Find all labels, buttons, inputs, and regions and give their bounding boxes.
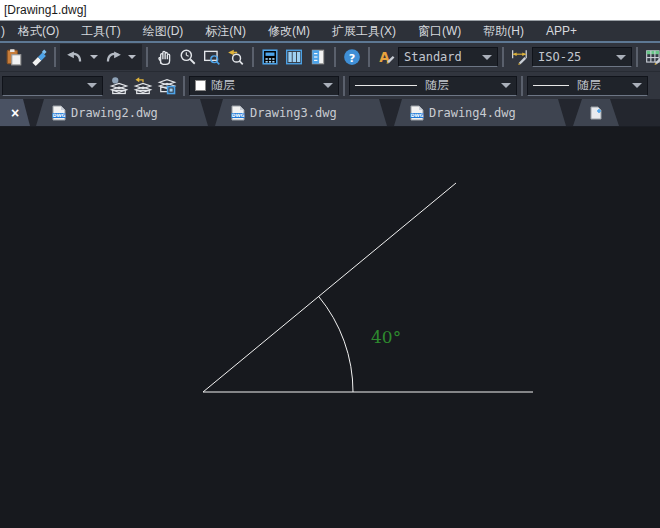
dimension-style-value: ISO-25 bbox=[538, 50, 581, 64]
redo-icon bbox=[104, 48, 122, 66]
dwg-file-icon: DWG bbox=[231, 105, 245, 121]
toolbar-separator bbox=[146, 47, 148, 67]
linetype-dropdown[interactable]: 随层 bbox=[349, 76, 517, 96]
menu-item-app-plus[interactable]: APP+ bbox=[535, 24, 588, 38]
chevron-down-icon bbox=[323, 83, 333, 88]
tab-drawing3[interactable]: DWG Drawing3.dwg bbox=[215, 99, 387, 126]
undo-button[interactable] bbox=[63, 45, 87, 69]
redo-dropdown-arrow[interactable] bbox=[128, 55, 136, 59]
format-painter-button[interactable] bbox=[26, 45, 50, 69]
tab-label: Drawing4.dwg bbox=[429, 106, 516, 120]
toolbar-separator bbox=[334, 47, 336, 67]
properties-palette-button[interactable] bbox=[258, 45, 282, 69]
toolbar-separator bbox=[636, 47, 638, 67]
linetype-sample bbox=[355, 85, 417, 86]
color-dropdown[interactable]: 随层 bbox=[189, 76, 339, 96]
zoom-window-button[interactable] bbox=[200, 45, 224, 69]
tab-drawing4[interactable]: DWG Drawing4.dwg bbox=[394, 99, 566, 126]
menu-item-modify[interactable]: 修改(M) bbox=[257, 23, 321, 40]
table-style-button[interactable] bbox=[642, 45, 660, 69]
help-button[interactable]: ? bbox=[340, 45, 364, 69]
dimension-style-button[interactable] bbox=[508, 45, 532, 69]
menu-item-tools[interactable]: 工具(T) bbox=[70, 23, 131, 40]
tab-drawing2[interactable]: DWG Drawing2.dwg bbox=[36, 99, 208, 126]
angle-ray-entity[interactable] bbox=[203, 183, 456, 392]
menu-item-help[interactable]: 帮助(H) bbox=[472, 23, 535, 40]
window-title-bar: [Drawing1.dwg] bbox=[0, 0, 660, 21]
zoom-previous-button[interactable] bbox=[224, 45, 248, 69]
toolbar-separator bbox=[368, 47, 370, 67]
make-object-layer-current-button[interactable] bbox=[107, 74, 131, 98]
angular-dimension-arc[interactable] bbox=[319, 296, 353, 392]
drawing-canvas[interactable]: 40° bbox=[0, 127, 660, 528]
lineweight-dropdown[interactable]: 随层 bbox=[527, 76, 648, 96]
color-swatch bbox=[195, 80, 206, 91]
menu-item-dimension[interactable]: 标注(N) bbox=[194, 23, 257, 40]
toolbar-separator bbox=[54, 47, 56, 67]
sheet-set-manager-icon bbox=[309, 48, 327, 66]
chevron-down-icon bbox=[482, 55, 492, 60]
zoom-realtime-icon bbox=[179, 48, 197, 66]
undo-redo-group bbox=[60, 44, 142, 70]
tool-palettes-icon bbox=[285, 48, 303, 66]
chevron-down-icon bbox=[632, 83, 642, 88]
tab-label: Drawing3.dwg bbox=[250, 106, 337, 120]
undo-dropdown-arrow[interactable] bbox=[90, 55, 98, 59]
lineweight-sample bbox=[533, 85, 569, 86]
format-painter-icon bbox=[29, 48, 47, 66]
toolbar-separator bbox=[521, 76, 523, 96]
menu-bar: ) 格式(O) 工具(T) 绘图(D) 标注(N) 修改(M) 扩展工具(X) … bbox=[0, 21, 660, 41]
tab-label: Drawing2.dwg bbox=[71, 106, 158, 120]
menu-item-partial[interactable]: ) bbox=[0, 24, 7, 38]
linetype-value: 随层 bbox=[425, 77, 449, 94]
dwg-file-icon: DWG bbox=[410, 105, 424, 121]
pan-hand-icon bbox=[155, 48, 173, 66]
window-title: [Drawing1.dwg] bbox=[4, 3, 87, 17]
dimension-style-dropdown[interactable]: ISO-25 bbox=[532, 47, 632, 67]
model-space: 40° bbox=[0, 127, 660, 528]
help-icon: ? bbox=[343, 48, 361, 66]
toolbar-separator bbox=[252, 47, 254, 67]
new-drawing-tab-button[interactable] bbox=[573, 99, 619, 126]
text-style-dropdown[interactable]: Standard bbox=[398, 47, 498, 67]
lineweight-value: 随层 bbox=[577, 77, 601, 94]
text-style-icon: A bbox=[377, 48, 395, 66]
close-document-button[interactable]: × bbox=[0, 99, 30, 126]
standard-toolbar: ? A Standard ISO-25 bbox=[0, 43, 660, 71]
text-style-value: Standard bbox=[404, 50, 462, 64]
text-style-button[interactable]: A bbox=[374, 45, 398, 69]
menu-item-draw[interactable]: 绘图(D) bbox=[132, 23, 195, 40]
properties-palette-icon bbox=[261, 48, 279, 66]
zoom-previous-icon bbox=[227, 48, 245, 66]
chevron-down-icon bbox=[87, 83, 97, 88]
svg-text:DWG: DWG bbox=[411, 113, 424, 118]
menu-item-express-tools[interactable]: 扩展工具(X) bbox=[321, 23, 407, 40]
svg-text:DWG: DWG bbox=[232, 113, 245, 118]
paste-icon bbox=[5, 48, 23, 66]
dwg-file-icon: DWG bbox=[52, 105, 66, 121]
toolbar-separator bbox=[183, 76, 185, 96]
toolbar-separator bbox=[343, 76, 345, 96]
layer-properties-manager-button[interactable] bbox=[155, 74, 179, 98]
properties-toolbar: 随层 随层 随层 bbox=[0, 71, 660, 99]
pan-button[interactable] bbox=[152, 45, 176, 69]
redo-button[interactable] bbox=[101, 45, 125, 69]
undo-icon bbox=[66, 48, 84, 66]
paste-button[interactable] bbox=[2, 45, 26, 69]
color-value: 随层 bbox=[211, 77, 235, 94]
angle-dimension-text[interactable]: 40° bbox=[371, 327, 401, 347]
sheet-set-manager-button[interactable] bbox=[306, 45, 330, 69]
layer-previous-button[interactable] bbox=[131, 74, 155, 98]
menu-item-format[interactable]: 格式(O) bbox=[7, 23, 70, 40]
chevron-down-icon bbox=[616, 55, 626, 60]
toolbar-separator bbox=[502, 47, 504, 67]
layer-current-icon bbox=[109, 76, 129, 96]
chevron-down-icon bbox=[501, 83, 511, 88]
layer-dropdown[interactable] bbox=[2, 76, 103, 96]
layer-previous-icon bbox=[133, 76, 153, 96]
zoom-window-icon bbox=[203, 48, 221, 66]
tool-palettes-button[interactable] bbox=[282, 45, 306, 69]
menu-item-window[interactable]: 窗口(W) bbox=[407, 23, 472, 40]
zoom-realtime-button[interactable] bbox=[176, 45, 200, 69]
svg-text:DWG: DWG bbox=[53, 113, 66, 118]
